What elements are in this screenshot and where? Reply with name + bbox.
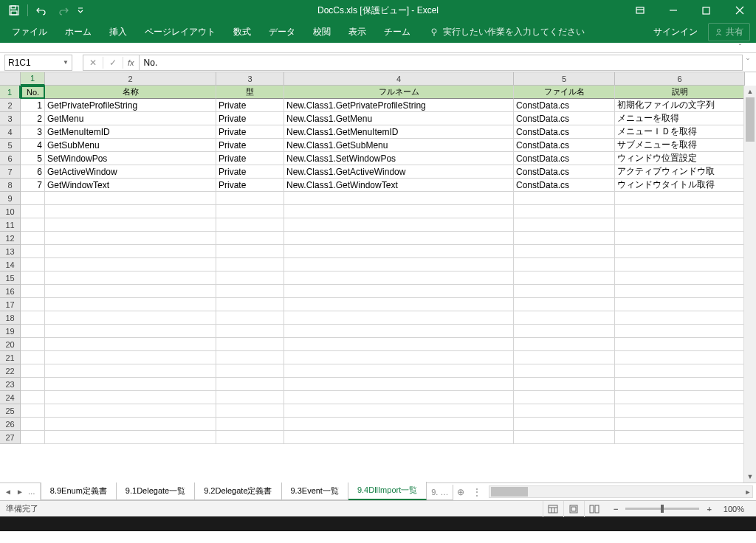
row-header[interactable]: 2 [0,99,21,112]
cell[interactable]: 3 [21,125,45,139]
cell[interactable]: 2 [21,112,45,125]
cell[interactable] [615,311,745,325]
cell[interactable]: Private [216,112,284,125]
cell[interactable] [21,418,45,431]
cell[interactable] [216,272,284,285]
sheet-tab[interactable]: 9.3Event一覧 [282,483,348,500]
ribbon-tab[interactable]: ホーム [56,21,100,44]
tell-me-search[interactable]: 実行したい作業を入力してください [430,26,585,38]
sheet-nav-next-button[interactable]: ► [16,488,24,496]
cell[interactable]: ConstData.cs [514,165,615,179]
cell[interactable] [284,218,514,232]
page-break-view-button[interactable] [584,501,605,517]
cell[interactable] [45,351,216,364]
sheet-nav-prev-button[interactable]: ◄ [4,488,12,496]
cell[interactable] [216,351,284,364]
cell[interactable] [514,232,615,245]
ribbon-tab[interactable]: ファイル [3,21,56,44]
vertical-scrollbar[interactable]: ▲ ▼ [743,86,756,483]
cell[interactable]: GetPrivateProfileString [45,99,216,112]
cell[interactable]: 1 [21,99,45,112]
ribbon-tab[interactable]: 挿入 [100,21,136,44]
cell[interactable]: New.Class1.GetMenu [284,112,514,125]
row-headers[interactable]: 1234567891011121314151617181920212223242… [0,86,21,444]
column-header[interactable]: 6 [615,72,745,86]
row-header[interactable]: 26 [0,418,21,431]
row-header[interactable]: 11 [0,218,21,232]
cell[interactable] [615,245,745,258]
cell[interactable] [615,351,745,364]
cell[interactable] [615,338,745,351]
cell[interactable] [45,298,216,311]
cell[interactable] [21,431,45,444]
cell[interactable] [216,232,284,245]
cell[interactable] [514,378,615,391]
cell[interactable] [21,391,45,404]
cell[interactable] [514,391,615,404]
cell[interactable] [21,205,45,218]
cell[interactable] [615,404,745,418]
cell[interactable] [21,258,45,272]
cell[interactable] [615,218,745,232]
cell[interactable] [216,404,284,418]
cell[interactable] [284,245,514,258]
cell[interactable] [284,404,514,418]
cell[interactable] [514,418,615,431]
horizontal-scrollbar[interactable]: ◄ ► [489,485,753,498]
zoom-slider[interactable] [625,508,699,510]
cell[interactable]: ウィンドウタイトル取得 [615,179,745,192]
row-header[interactable]: 18 [0,311,21,325]
undo-button[interactable] [30,0,52,21]
cell[interactable] [615,431,745,444]
page-layout-view-button[interactable] [563,501,584,517]
ribbon-tab[interactable]: データ [260,21,304,44]
cell[interactable] [21,272,45,285]
cell[interactable] [284,258,514,272]
cell[interactable] [284,391,514,404]
cell[interactable] [21,192,45,205]
cell[interactable] [284,272,514,285]
cell[interactable] [514,272,615,285]
cell[interactable] [45,378,216,391]
collapse-ribbon-button[interactable]: ˇ [739,44,741,52]
cell[interactable] [21,338,45,351]
row-header[interactable]: 23 [0,378,21,391]
cell[interactable]: ConstData.cs [514,112,615,125]
save-button[interactable] [3,0,25,21]
cell[interactable] [284,205,514,218]
cell[interactable]: ConstData.cs [514,99,615,112]
cell[interactable]: SetWindowPos [45,152,216,165]
cell[interactable]: Private [216,99,284,112]
cell[interactable] [45,431,216,444]
cell[interactable] [514,311,615,325]
cell[interactable] [45,338,216,351]
zoom-in-button[interactable]: + [704,505,714,513]
cell[interactable] [216,218,284,232]
cell[interactable] [45,232,216,245]
row-header[interactable]: 12 [0,232,21,245]
row-header[interactable]: 10 [0,205,21,218]
cell[interactable] [21,218,45,232]
cell[interactable]: GetMenuItemID [45,125,216,139]
row-header[interactable]: 5 [0,139,21,152]
new-sheet-button[interactable]: ⊕ [453,483,468,500]
cell[interactable] [45,272,216,285]
cell[interactable]: Private [216,152,284,165]
cell[interactable]: ConstData.cs [514,125,615,139]
cell[interactable] [45,364,216,378]
cell[interactable]: 説明 [615,86,745,99]
cell[interactable] [514,364,615,378]
ribbon-display-button[interactable] [623,0,656,21]
row-header[interactable]: 4 [0,125,21,139]
cell[interactable] [21,232,45,245]
cell[interactable] [514,192,615,205]
cell[interactable] [284,364,514,378]
cell[interactable] [216,258,284,272]
row-header[interactable]: 24 [0,391,21,404]
cell[interactable] [615,418,745,431]
row-header[interactable]: 1 [0,86,21,99]
qat-customize-button[interactable] [75,0,86,21]
row-header[interactable]: 9 [0,192,21,205]
cell[interactable]: Private [216,165,284,179]
cell[interactable]: Private [216,125,284,139]
